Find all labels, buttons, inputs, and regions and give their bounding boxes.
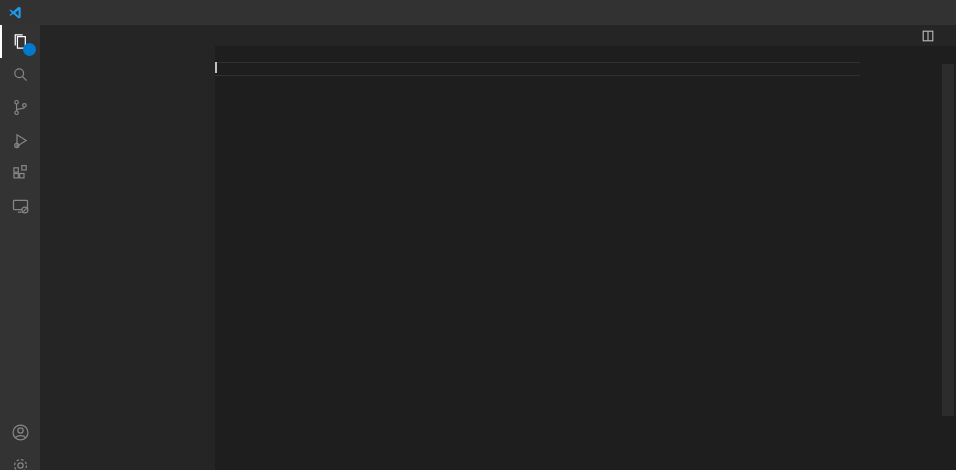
folder-root-trabajos-html[interactable] bbox=[40, 46, 215, 64]
current-line-highlight bbox=[215, 62, 860, 76]
activity-bar-account[interactable] bbox=[0, 416, 40, 449]
source-control-icon bbox=[10, 97, 31, 118]
explorer-sidebar bbox=[40, 25, 215, 470]
vertical-scrollbar[interactable] bbox=[942, 64, 954, 416]
close-button[interactable] bbox=[914, 0, 956, 25]
remote-explorer-icon bbox=[10, 196, 31, 217]
text-cursor bbox=[215, 62, 217, 73]
activity-bar-explorer[interactable] bbox=[0, 25, 40, 58]
activity-bar-extensions[interactable] bbox=[0, 157, 40, 190]
activity-bar bbox=[0, 25, 40, 470]
search-icon bbox=[10, 64, 31, 85]
activity-bar-source-control[interactable] bbox=[0, 91, 40, 124]
vscode-logo-icon bbox=[0, 0, 30, 25]
activity-bar-search[interactable] bbox=[0, 58, 40, 91]
activity-bar-settings[interactable] bbox=[0, 449, 40, 470]
editor-group bbox=[215, 25, 956, 470]
extensions-icon bbox=[10, 163, 31, 184]
maximize-button[interactable] bbox=[872, 0, 914, 25]
tab-bar bbox=[215, 25, 956, 46]
code-editor[interactable] bbox=[215, 62, 956, 470]
split-editor-icon[interactable] bbox=[921, 29, 935, 43]
breadcrumb bbox=[215, 46, 956, 62]
explorer-badge bbox=[23, 43, 36, 56]
title-bar bbox=[0, 0, 956, 25]
window-controls bbox=[830, 0, 956, 25]
vscode-window bbox=[0, 0, 956, 470]
activity-bar-remote-explorer[interactable] bbox=[0, 190, 40, 223]
activity-bar-bottom bbox=[0, 416, 40, 470]
account-icon bbox=[10, 422, 31, 443]
run-debug-icon bbox=[10, 130, 31, 151]
activity-bar-run-debug[interactable] bbox=[0, 124, 40, 157]
editor-actions bbox=[921, 25, 956, 46]
minimize-button[interactable] bbox=[830, 0, 872, 25]
gear-icon bbox=[10, 455, 31, 470]
explorer-header bbox=[40, 25, 215, 46]
